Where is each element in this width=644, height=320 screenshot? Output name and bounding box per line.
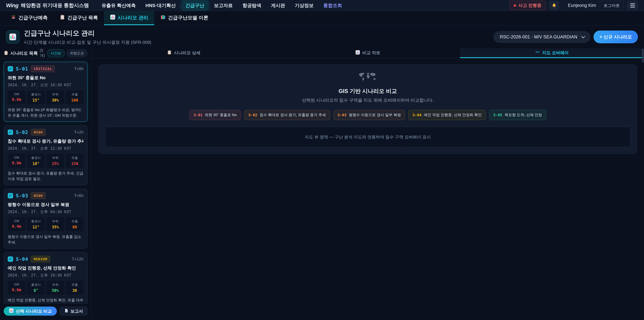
main-area: 시나리오 상세비교 차트지도 오버레이 GIS 기반 시나리오 비교 선택된 시… xyxy=(92,48,644,320)
page-icon-box xyxy=(6,30,20,44)
scenario-datetime: 2024. 10. 27. 오후 04:30 KST xyxy=(8,209,84,214)
tab-label: 지도 오버레이 xyxy=(542,50,569,56)
logout-button[interactable]: 로그아웃 xyxy=(600,1,624,10)
nav-item-oil-spill-forecast[interactable]: 유출유 확산예측 xyxy=(98,0,140,11)
new-scenario-button[interactable]: + 신규 시나리오 xyxy=(594,31,638,43)
siren-icon xyxy=(11,15,16,21)
page-title-group: 긴급구난 시나리오 관리 시간 단계별 시나리오 비교·검토 및 구난 의사결정… xyxy=(24,29,151,45)
tab-map-overlay[interactable]: 지도 오버레이 xyxy=(460,48,644,58)
bar-chart-icon xyxy=(110,15,116,21)
report-button[interactable]: 보고서 xyxy=(60,306,88,316)
tab-label: 시나리오 상세 xyxy=(174,50,200,56)
page-header: 긴급구난 시나리오 관리 시간 단계별 시나리오 비교·검토 및 구난 의사결정… xyxy=(0,26,644,48)
chip-id: S-01 xyxy=(194,113,202,117)
sort-by-risk-button[interactable]: 위험도순 xyxy=(66,49,88,57)
metric-tile: 횡경사15° xyxy=(27,90,45,104)
metric-value: 18° xyxy=(28,161,44,166)
incident-status-badge[interactable]: 사고 진행중 xyxy=(510,1,546,10)
scenario-chip-s-04[interactable]: S-04예인 작업 진행중, 선체 안정화 확인 xyxy=(408,110,486,120)
document-icon xyxy=(64,308,68,314)
incident-select-value: RSC-2026-001 · M/V SEA GUARDIAN xyxy=(500,34,577,40)
scenario-description: 좌현 35° 충돌로 No.1P 화물탱크 파공, 벙커C유 유출 개시. 좌현… xyxy=(8,107,84,118)
scenario-checkbox[interactable]: ✓ xyxy=(8,256,13,262)
scenario-card-s02[interactable]: ✓S-02HIGHT+2h침수 확대로 경사 증가, 유출량 증가 추세2024… xyxy=(4,125,88,185)
metric-label: 유출 xyxy=(67,282,83,287)
metric-label: 부력 xyxy=(48,92,63,97)
sidebar-footer: 선택 시나리오 비교 보고서 xyxy=(0,304,91,320)
scenario-card-s03[interactable]: ✓S-03HIGHT+6h평형수 이동으로 경사 일부 복원2024. 10. … xyxy=(4,189,88,249)
metric-tile: 부력50% xyxy=(46,280,64,295)
scenario-title: 좌현 35° 충돌로 No xyxy=(8,75,84,81)
card-header: ✓S-04MEDIUMT+12h xyxy=(8,256,84,262)
world-map-icon xyxy=(358,71,378,83)
metric-label: 유출 xyxy=(67,156,83,160)
scenario-chip-s-03[interactable]: S-03평형수 이동으로 경사 일부 복원 xyxy=(334,110,405,120)
scenario-chip-s-05[interactable]: S-05목포항 도착, 선체 안정 xyxy=(489,110,546,120)
metric-label: 부력 xyxy=(48,156,63,160)
nav-item-board[interactable]: 게시판 xyxy=(267,0,289,11)
metric-value: 0.8m xyxy=(9,97,24,102)
bar-chart-icon xyxy=(355,50,360,56)
metric-value: 0.6m xyxy=(9,161,24,165)
status-dot-icon xyxy=(514,4,516,7)
scenario-card-s01[interactable]: ✓S-01CRITICALT+0h좌현 35° 충돌로 No2024. 10. … xyxy=(4,62,88,122)
menu-button[interactable] xyxy=(627,1,638,10)
tab-scenario-detail[interactable]: 시나리오 상세 xyxy=(92,48,276,58)
nav-item-emergency-salvage[interactable]: 긴급구난 xyxy=(182,0,208,11)
metric-value: 50% xyxy=(48,288,63,293)
nav-item-weather-info[interactable]: 기상정보 xyxy=(291,0,317,11)
main-nav: 유출유 확산예측HNS·대기확산긴급구난보고자료항공탐색게시판기상정보통합조회 xyxy=(98,0,346,11)
scenario-checkbox[interactable]: ✓ xyxy=(8,66,13,72)
nav-item-report-data[interactable]: 보고자료 xyxy=(210,0,236,11)
clipboard-icon xyxy=(60,15,65,21)
tab-compare-chart[interactable]: 비교 차트 xyxy=(276,48,460,58)
nav-item-hns-air-dispersion[interactable]: HNS·대기확산 xyxy=(142,0,179,11)
scenario-description: 침수 확대로 경사 증가, 유출량 증가 추세. 긴급 이초 작업 검토 필요. xyxy=(8,170,84,182)
scenario-title: 평형수 이동으로 경사 일부 복원 xyxy=(8,202,84,208)
metric-label: 유출 xyxy=(67,219,83,223)
scenario-chip-s-02[interactable]: S-02침수 확대로 경사 증가, 유출량 증가 추세 xyxy=(244,110,330,120)
scrollbar-thumb[interactable] xyxy=(642,49,644,62)
scenario-id: S-04 xyxy=(16,256,28,262)
scenario-checkbox[interactable]: ✓ xyxy=(8,193,13,198)
metric-tile: 부력35% xyxy=(46,217,64,231)
subtab-salvage-forecast[interactable]: 긴급구난예측 xyxy=(5,11,54,25)
chip-id: S-02 xyxy=(248,113,257,117)
metric-tile: GM0.6m xyxy=(8,280,26,295)
content-area: 시나리오 목록 (5개) 시간순 위험도순 ✓S-01CRITICALT+0h좌… xyxy=(0,48,644,320)
page-header-actions: RSC-2026-001 · M/V SEA GUARDIAN + 신규 시나리… xyxy=(494,31,638,43)
incident-select[interactable]: RSC-2026-001 · M/V SEA GUARDIAN xyxy=(494,31,590,43)
scenario-description: 평형수 이동으로 경사 일부 복원. 유출률 감소 추세. xyxy=(8,234,84,245)
chip-label: 목포항 도착, 선체 안정 xyxy=(505,112,542,117)
time-offset: T+0h xyxy=(74,67,84,71)
metric-tile: 횡경사8° xyxy=(27,280,45,295)
scenario-list-title: 시나리오 목록 xyxy=(10,50,38,56)
scenario-list: ✓S-01CRITICALT+0h좌현 35° 충돌로 No2024. 10. … xyxy=(0,58,91,304)
scenario-checkbox[interactable]: ✓ xyxy=(8,130,13,135)
scenario-datetime: 2024. 10. 27. 오후 12:30 KST xyxy=(8,146,84,151)
metric-value: 30 xyxy=(67,288,83,293)
metric-label: 횡경사 xyxy=(28,219,44,223)
divider xyxy=(563,3,564,9)
metric-tile: 부력30% xyxy=(46,90,64,104)
severity-badge: HIGH xyxy=(31,129,46,136)
compare-scenarios-button[interactable]: 선택 시나리오 비교 xyxy=(4,306,57,316)
gis-compare-panel: GIS 기반 시나리오 비교 선택된 시나리오의 침수 구역을 지도 위에 오버… xyxy=(98,65,637,154)
sort-by-time-button[interactable]: 시간순 xyxy=(47,49,65,57)
scenario-card-s04[interactable]: ✓S-04MEDIUMT+12h예인 작업 진행중, 선체 안정화 확인2024… xyxy=(4,252,88,304)
notifications-button[interactable] xyxy=(549,1,559,10)
subtab-salvage-list[interactable]: 긴급구난 목록 xyxy=(54,11,104,25)
chip-id: S-04 xyxy=(412,113,422,117)
nav-item-integrated-search[interactable]: 통합조회 xyxy=(320,0,346,11)
subtab-salvage-model-theory[interactable]: 긴급구난모델 이론 xyxy=(154,11,214,25)
subtab-scenario-management[interactable]: 시나리오 관리 xyxy=(104,11,154,25)
metric-tile: 횡경사12° xyxy=(27,217,45,231)
scenario-chip-s-01[interactable]: S-01좌현 35° 충돌로 No xyxy=(189,110,241,120)
metric-label: GM xyxy=(9,219,24,223)
scenario-datetime: 2024. 10. 27. 오후 10:30 KST xyxy=(8,273,84,278)
metric-value: 0.4m xyxy=(9,224,24,228)
metric-tile: 유출100 xyxy=(66,90,84,104)
scenario-title: 침수 확대로 경사 증가, 유출량 증가 추세 xyxy=(8,138,84,144)
severity-badge: HIGH xyxy=(31,192,46,199)
nav-item-aerial-search[interactable]: 항공탐색 xyxy=(239,0,265,11)
